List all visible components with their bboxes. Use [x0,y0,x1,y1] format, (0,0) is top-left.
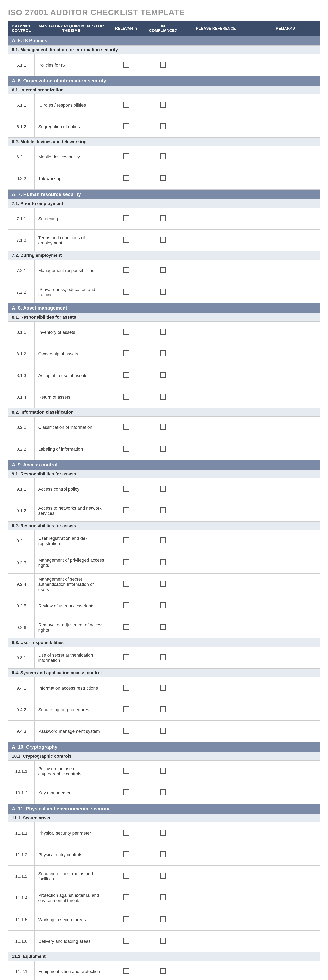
remarks-cell[interactable] [250,260,320,282]
relevant-checkbox[interactable] [124,916,129,922]
relevant-checkbox[interactable] [124,559,129,565]
compliance-checkbox[interactable] [160,938,166,944]
reference-cell[interactable] [181,760,250,782]
compliance-checkbox[interactable] [160,624,166,630]
reference-cell[interactable] [181,500,250,522]
reference-cell[interactable] [181,229,250,251]
reference-cell[interactable] [181,677,250,699]
remarks-cell[interactable] [250,760,320,782]
reference-cell[interactable] [181,387,250,408]
remarks-cell[interactable] [250,617,320,638]
compliance-checkbox[interactable] [160,289,166,295]
compliance-checkbox[interactable] [160,394,166,400]
compliance-checkbox[interactable] [160,153,166,159]
reference-cell[interactable] [181,530,250,552]
compliance-checkbox[interactable] [160,968,166,974]
remarks-cell[interactable] [250,595,320,617]
remarks-cell[interactable] [250,647,320,669]
remarks-cell[interactable] [250,677,320,699]
remarks-cell[interactable] [250,478,320,500]
relevant-checkbox[interactable] [124,624,129,630]
compliance-checkbox[interactable] [160,728,166,734]
compliance-checkbox[interactable] [160,175,166,181]
relevant-checkbox[interactable] [124,175,129,181]
remarks-cell[interactable] [250,417,320,438]
reference-cell[interactable] [181,552,250,574]
relevant-checkbox[interactable] [124,684,129,690]
relevant-checkbox[interactable] [124,507,129,513]
compliance-checkbox[interactable] [160,372,166,378]
remarks-cell[interactable] [250,321,320,343]
remarks-cell[interactable] [250,116,320,138]
reference-cell[interactable] [181,617,250,638]
relevant-checkbox[interactable] [124,768,129,774]
reference-cell[interactable] [181,116,250,138]
relevant-checkbox[interactable] [124,581,129,587]
remarks-cell[interactable] [250,721,320,742]
compliance-checkbox[interactable] [160,215,166,221]
remarks-cell[interactable] [250,94,320,116]
reference-cell[interactable] [181,865,250,887]
relevant-checkbox[interactable] [124,654,129,660]
relevant-checkbox[interactable] [124,372,129,378]
reference-cell[interactable] [181,961,250,980]
compliance-checkbox[interactable] [160,485,166,492]
reference-cell[interactable] [181,909,250,931]
relevant-checkbox[interactable] [124,153,129,159]
compliance-checkbox[interactable] [160,684,166,690]
relevant-checkbox[interactable] [124,728,129,734]
compliance-checkbox[interactable] [160,507,166,513]
compliance-checkbox[interactable] [160,830,166,835]
compliance-checkbox[interactable] [160,654,166,660]
reference-cell[interactable] [181,321,250,343]
relevant-checkbox[interactable] [124,968,129,974]
compliance-checkbox[interactable] [160,581,166,587]
reference-cell[interactable] [181,887,250,909]
relevant-checkbox[interactable] [124,289,129,295]
reference-cell[interactable] [181,94,250,116]
reference-cell[interactable] [181,595,250,617]
compliance-checkbox[interactable] [160,538,166,544]
reference-cell[interactable] [181,574,250,595]
relevant-checkbox[interactable] [124,215,129,221]
remarks-cell[interactable] [250,699,320,721]
compliance-checkbox[interactable] [160,329,166,335]
remarks-cell[interactable] [250,282,320,303]
remarks-cell[interactable] [250,909,320,931]
reference-cell[interactable] [181,438,250,460]
relevant-checkbox[interactable] [124,873,129,879]
relevant-checkbox[interactable] [124,267,129,273]
reference-cell[interactable] [181,282,250,303]
relevant-checkbox[interactable] [124,602,129,608]
reference-cell[interactable] [181,721,250,742]
remarks-cell[interactable] [250,844,320,865]
compliance-checkbox[interactable] [160,102,166,108]
relevant-checkbox[interactable] [124,538,129,544]
reference-cell[interactable] [181,343,250,365]
relevant-checkbox[interactable] [124,329,129,335]
compliance-checkbox[interactable] [160,237,166,243]
remarks-cell[interactable] [250,343,320,365]
remarks-cell[interactable] [250,931,320,952]
compliance-checkbox[interactable] [160,62,166,67]
relevant-checkbox[interactable] [124,350,129,356]
relevant-checkbox[interactable] [124,424,129,430]
relevant-checkbox[interactable] [124,706,129,712]
remarks-cell[interactable] [250,365,320,387]
reference-cell[interactable] [181,931,250,952]
reference-cell[interactable] [181,146,250,168]
reference-cell[interactable] [181,168,250,189]
compliance-checkbox[interactable] [160,851,166,857]
remarks-cell[interactable] [250,500,320,522]
compliance-checkbox[interactable] [160,350,166,356]
compliance-checkbox[interactable] [160,706,166,712]
remarks-cell[interactable] [250,552,320,574]
compliance-checkbox[interactable] [160,445,166,452]
remarks-cell[interactable] [250,574,320,595]
reference-cell[interactable] [181,417,250,438]
reference-cell[interactable] [181,365,250,387]
relevant-checkbox[interactable] [124,851,129,857]
relevant-checkbox[interactable] [124,102,129,108]
relevant-checkbox[interactable] [124,394,129,400]
reference-cell[interactable] [181,260,250,282]
